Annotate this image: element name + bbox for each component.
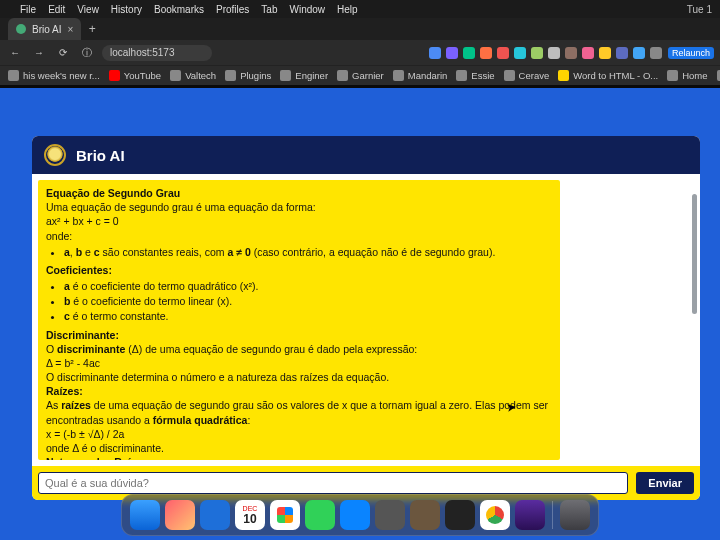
extension-icon[interactable] — [446, 47, 458, 59]
bookmark-item[interactable]: Cerave — [504, 70, 550, 81]
send-button[interactable]: Enviar — [636, 472, 694, 494]
site-info-icon[interactable]: ⓘ — [78, 44, 96, 62]
browser-tabstrip: Brio AI × + — [0, 18, 720, 40]
text: onde Δ é o discriminante. — [46, 442, 164, 454]
extension-icon[interactable] — [582, 47, 594, 59]
folder-icon — [280, 70, 291, 81]
app-title: Brio AI — [76, 147, 125, 164]
question-input[interactable] — [38, 472, 628, 494]
bookmark-label: Enginer — [295, 70, 328, 81]
content-area: Equação de Segundo Grau Uma equação de s… — [32, 174, 700, 466]
bookmark-label: Word to HTML - O... — [573, 70, 658, 81]
menubar-clock[interactable]: Tue 1 — [687, 4, 712, 15]
bookmark-item[interactable]: Mandarin — [393, 70, 448, 81]
dock-chrome[interactable] — [480, 500, 510, 530]
dock-finder[interactable] — [130, 500, 160, 530]
bookmark-item[interactable]: Garnier — [337, 70, 384, 81]
macos-dock: DEC10 — [121, 494, 599, 536]
heading: Equação de Segundo Grau — [46, 187, 180, 199]
menu-help[interactable]: Help — [337, 4, 358, 15]
extension-icon[interactable] — [565, 47, 577, 59]
dock-reminders[interactable] — [270, 500, 300, 530]
extension-icon[interactable] — [429, 47, 441, 59]
extension-icon[interactable] — [599, 47, 611, 59]
bookmark-item[interactable]: Word to HTML - O... — [558, 70, 658, 81]
list-item: a, b e c são constantes reais, com a ≠ 0… — [64, 245, 552, 259]
menu-tab[interactable]: Tab — [261, 4, 277, 15]
extension-icon[interactable] — [463, 47, 475, 59]
heading: Coeficientes: — [46, 264, 112, 276]
bookmark-label: Plugins — [240, 70, 271, 81]
app-logo-icon — [44, 144, 66, 166]
dock-finalcut[interactable] — [515, 500, 545, 530]
folder-icon — [717, 70, 720, 81]
extension-icons — [429, 47, 662, 59]
extension-icon[interactable] — [514, 47, 526, 59]
tab-favicon-icon — [16, 24, 26, 34]
bookmark-label: Mandarin — [408, 70, 448, 81]
bookmark-item[interactable]: Essie — [456, 70, 494, 81]
extension-icon[interactable] — [616, 47, 628, 59]
profile-icon[interactable] — [650, 47, 662, 59]
page-icon — [558, 70, 569, 81]
bookmark-item[interactable]: Checker — [717, 70, 720, 81]
bookmark-label: Garnier — [352, 70, 384, 81]
bookmark-label: Cerave — [519, 70, 550, 81]
reload-button[interactable]: ⟳ — [54, 44, 72, 62]
bookmark-label: Home — [682, 70, 707, 81]
bookmark-item[interactable]: his week's new r... — [8, 70, 100, 81]
menubar-right: Tue 1 — [603, 4, 712, 15]
address-bar[interactable]: localhost:5173 — [102, 45, 212, 61]
bookmark-item[interactable]: Home — [667, 70, 707, 81]
menu-bookmarks[interactable]: Bookmarks — [154, 4, 204, 15]
dock-gimp[interactable] — [410, 500, 440, 530]
app-card: Brio AI Equação de Segundo Grau Uma equa… — [32, 136, 700, 500]
tab-close-icon[interactable]: × — [67, 24, 73, 35]
bookmark-item[interactable]: Enginer — [280, 70, 328, 81]
new-tab-button[interactable]: + — [81, 18, 103, 40]
text: onde: — [46, 230, 72, 242]
page-viewport: Brio AI Equação de Segundo Grau Uma equa… — [0, 88, 720, 540]
bookmark-item[interactable]: YouTube — [109, 70, 161, 81]
bookmark-item[interactable]: Valtech — [170, 70, 216, 81]
bookmark-label: Valtech — [185, 70, 216, 81]
dock-trash[interactable] — [560, 500, 590, 530]
menu-file[interactable]: File — [20, 4, 36, 15]
extension-icon[interactable] — [497, 47, 509, 59]
dock-calendar[interactable]: DEC10 — [235, 500, 265, 530]
bookmark-item[interactable]: Plugins — [225, 70, 271, 81]
relaunch-button[interactable]: Relaunch — [668, 47, 714, 59]
bookmarks-bar: his week's new r... YouTube Valtech Plug… — [0, 65, 720, 85]
browser-tab[interactable]: Brio AI × — [8, 18, 81, 40]
text: As raízes de uma equação de segundo grau… — [46, 399, 548, 425]
extension-icon[interactable] — [548, 47, 560, 59]
cal-day: 10 — [243, 512, 256, 526]
list-item: c é o termo constante. — [64, 309, 552, 323]
menu-history[interactable]: History — [111, 4, 142, 15]
cal-month: DEC — [243, 505, 258, 512]
menu-profiles[interactable]: Profiles — [216, 4, 249, 15]
bookmark-label: his week's new r... — [23, 70, 100, 81]
menu-edit[interactable]: Edit — [48, 4, 65, 15]
dock-appstore[interactable] — [340, 500, 370, 530]
dock-launchpad[interactable] — [165, 500, 195, 530]
forward-button[interactable]: → — [30, 44, 48, 62]
dock-settings[interactable] — [375, 500, 405, 530]
bookmark-label: YouTube — [124, 70, 161, 81]
menu-window[interactable]: Window — [289, 4, 325, 15]
download-icon[interactable] — [633, 47, 645, 59]
dock-messages[interactable] — [305, 500, 335, 530]
dock-vscode[interactable] — [200, 500, 230, 530]
dock-terminal[interactable] — [445, 500, 475, 530]
text: Uma equação de segundo grau é uma equaçã… — [46, 201, 316, 213]
heading: Raízes: — [46, 385, 83, 397]
extension-icon[interactable] — [531, 47, 543, 59]
back-button[interactable]: ← — [6, 44, 24, 62]
scrollbar-thumb[interactable] — [692, 194, 697, 314]
extension-icon[interactable] — [480, 47, 492, 59]
folder-icon — [456, 70, 467, 81]
answer-highlight: Equação de Segundo Grau Uma equação de s… — [38, 180, 560, 460]
equation: Δ = b² - 4ac — [46, 357, 100, 369]
equation: ax² + bx + c = 0 — [46, 215, 119, 227]
menu-view[interactable]: View — [77, 4, 99, 15]
